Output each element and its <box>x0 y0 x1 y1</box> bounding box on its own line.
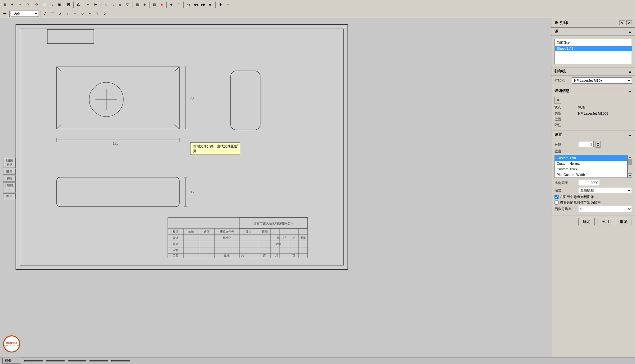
status-item-5 <box>111 360 130 362</box>
tb-target-icon[interactable]: ⊕ <box>168 1 175 8</box>
mode-select[interactable]: 内侧 外侧 中心 <box>11 11 39 17</box>
source-section-content: 当前显示 Sheet 1 A3 <box>551 36 635 67</box>
scale-row: 比例因子 <box>554 180 632 186</box>
drawing-sheet: 125 73 35 <box>16 24 348 270</box>
tb-red-icon[interactable]: ■ <box>158 1 165 8</box>
copies-down-btn[interactable]: ▼ <box>596 144 600 147</box>
panel-refresh-btn[interactable]: ↺ <box>619 20 625 25</box>
tb-grid-icon[interactable]: ⊞ <box>1 1 8 8</box>
svg-text:共: 共 <box>241 254 244 257</box>
printer-collapse-icon: ▲ <box>628 69 632 74</box>
sheet1-item[interactable]: Sheet 1 A3 <box>555 46 632 51</box>
tb-dim1-icon[interactable]: ⊣ <box>85 1 91 8</box>
scroll-down-btn[interactable]: ▼ <box>628 173 632 178</box>
tb-select-icon[interactable]: ⬚ <box>24 1 30 8</box>
tb2-draw4-icon[interactable]: ↑ <box>64 10 71 17</box>
tb-text-icon[interactable]: A <box>75 1 82 8</box>
details-section-header[interactable]: 详细信息 ▲ <box>551 87 635 95</box>
tb-zoom-icon[interactable]: 🔍 <box>48 1 55 8</box>
checkbox1-row: 在图纸中导出光栅图像 <box>554 195 632 199</box>
source-collapse-icon: ▲ <box>628 30 632 34</box>
tb-cross-icon[interactable]: ⊕ <box>141 1 148 8</box>
output-select[interactable]: 黑白线框 彩色 灰度 <box>578 187 632 193</box>
svg-text:分区: 分区 <box>204 230 209 233</box>
tooltip-close[interactable]: × <box>237 143 239 147</box>
printer-select[interactable]: HP LaserJet M10▾ <box>572 77 632 84</box>
logo-watermark: UG爱好者 WWW.UGSNX.COM <box>3 335 22 354</box>
scroll-up-btn[interactable]: ▲ <box>628 155 632 159</box>
tb-misc1-icon[interactable]: ⚙ <box>217 1 224 8</box>
source-section-header[interactable]: 源 ▲ <box>551 28 635 36</box>
output-label: 输出 <box>554 188 576 193</box>
props-icon-btn[interactable]: ≡ <box>554 97 561 104</box>
wireframe-checkbox[interactable] <box>554 200 559 205</box>
tb-zoom3-icon[interactable]: 🔍 <box>109 1 116 8</box>
tb-bold-btn[interactable]: B <box>65 1 72 8</box>
panel-close-btn[interactable]: ✕ <box>626 20 632 25</box>
width-label: 宽度 <box>554 149 576 154</box>
tb2-draw1-icon[interactable]: ╱ <box>42 10 48 17</box>
apply-button[interactable]: 应用 <box>597 218 613 225</box>
tb2-draw2-icon[interactable]: ⌒ <box>49 10 56 17</box>
tb-arrow-icon[interactable]: ↗ <box>16 1 23 8</box>
svg-text:页: 页 <box>263 254 266 257</box>
printer-label: 打印机 <box>554 78 570 83</box>
copies-up-btn[interactable]: ▲ <box>596 141 600 144</box>
confirm-button[interactable]: 确定 <box>578 218 595 225</box>
svg-text:标记: 标记 <box>173 230 178 233</box>
tooltip-popup: × 新增文件分类，查找文件更便 捷！ <box>190 142 240 155</box>
tb-nav2-icon[interactable]: ◀◀ <box>192 1 199 8</box>
tb-cursor-icon[interactable]: ✦ <box>9 1 16 8</box>
copies-label: 份数 <box>554 142 576 147</box>
tb-view2-icon[interactable]: ⬚ <box>175 1 182 8</box>
tb2-erase-icon[interactable]: ⊘ <box>101 10 108 17</box>
tb2-grid-icon[interactable]: ▪▪▪ <box>1 10 8 17</box>
tb2-circle-icon[interactable]: ○ <box>71 10 78 17</box>
tb2-plus-icon[interactable]: + <box>86 10 93 17</box>
settings-section-label: 设置 <box>554 132 562 137</box>
copies-row: 份数 ▲ ▼ <box>554 141 632 148</box>
sep10 <box>215 2 216 8</box>
width-item-0[interactable]: Custom Thin <box>555 155 627 161</box>
printer-section-header[interactable]: 打印机 ▲ <box>551 67 635 76</box>
scroll-thumb[interactable] <box>628 159 632 165</box>
printer-row: 打印机 HP LaserJet M10▾ <box>554 77 632 84</box>
cancel-button[interactable]: 取消 <box>616 218 632 225</box>
scale-input[interactable] <box>578 180 600 186</box>
resolution-select[interactable]: 低 中 高 <box>578 206 632 212</box>
tb-nav1-icon[interactable]: ⏮ <box>185 1 192 8</box>
tb-rotate-icon[interactable]: ⟳ <box>33 1 40 8</box>
tb2-draw3-icon[interactable]: ∧ <box>57 10 63 17</box>
tb-box-icon[interactable]: ▣ <box>56 1 62 8</box>
canvas-area[interactable]: 备用件要记 图 图 校拓 归图包号 签 字 UG爱好者 WWW.UGSNX.CO… <box>0 18 551 357</box>
width-item-3[interactable]: Plot Custom Width 1 <box>555 172 627 177</box>
tb-zoom2-icon[interactable]: 🔍 <box>102 1 108 8</box>
tb-view-icon[interactable]: ⬜ <box>41 1 48 8</box>
settings-section-header[interactable]: 设置 ▲ <box>551 131 635 139</box>
tb-layers-icon[interactable]: ▤ <box>134 1 140 8</box>
tb-dim2-icon[interactable]: ⊢ <box>92 1 99 8</box>
top-toolbar: ⊞ ✦ ↗ ⬚ ⟳ ⬜ 🔍 ▣ B A ⊣ ⊢ 🔍 🔍 ⊕ ▽ ▤ ⊕ ▨ ■ … <box>0 0 635 9</box>
printer-section-label: 打印机 <box>554 69 566 74</box>
svg-text:审核: 审核 <box>173 249 178 252</box>
tb-hatch-icon[interactable]: ▨ <box>151 1 158 8</box>
tb-misc2-icon[interactable]: ↔ <box>224 1 231 8</box>
current-display-item[interactable]: 当前显示 <box>555 39 632 46</box>
settings-icon: ⚙ <box>554 21 558 25</box>
width-item-2[interactable]: Custom Thick <box>555 166 627 172</box>
copies-input[interactable] <box>578 141 594 147</box>
tb-nav3-icon[interactable]: ▶▶ <box>200 1 207 8</box>
left-label-4: 签 字 <box>3 193 16 199</box>
width-item-1[interactable]: Custom Normal <box>555 161 627 166</box>
status-value: 就绪 <box>578 105 632 110</box>
tb2-line-icon[interactable]: ╲ <box>94 10 101 17</box>
panel-controls: ↺ ✕ <box>619 20 632 25</box>
tb-zoom4-icon[interactable]: ⊕ <box>117 1 123 8</box>
tb-zoom5-icon[interactable]: ▽ <box>124 1 131 8</box>
tb-nav4-icon[interactable]: ⏭ <box>207 1 214 8</box>
details-collapse-icon: ▲ <box>628 89 632 93</box>
settings-section-content: 份数 ▲ ▼ 宽度 Custom Thin Custom Normal Cust… <box>551 139 635 215</box>
svg-text:标准化: 标准化 <box>223 236 231 239</box>
raster-checkbox[interactable] <box>554 195 559 199</box>
tb2-oval-icon[interactable]: ⬭ <box>79 10 86 17</box>
